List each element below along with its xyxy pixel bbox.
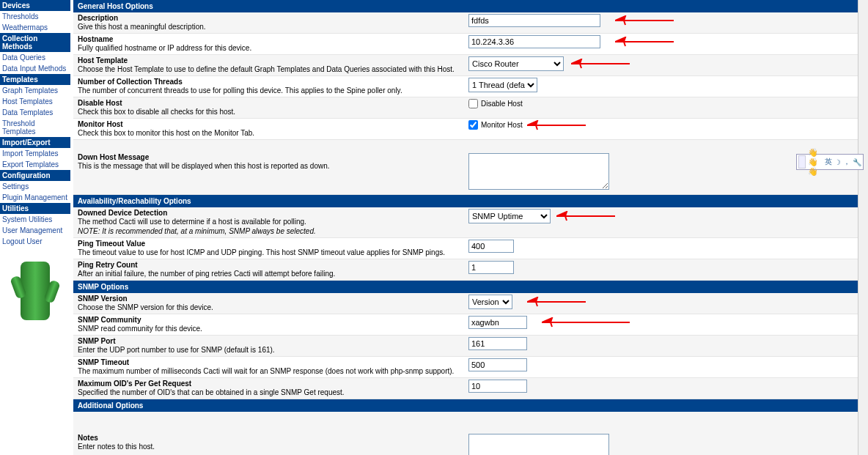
wrench-icon: 🔧 — [853, 158, 861, 166]
desc-downmsg: This is the message that will be display… — [78, 161, 461, 171]
comma-icon: ， — [843, 157, 850, 167]
section-avail: Availability/Reachability Options — [73, 195, 858, 207]
label-disable: Disable Host — [78, 99, 461, 107]
sidebar: Devices Thresholds Weathermaps Collectio… — [0, 0, 70, 455]
sidebar-item-exporttpl[interactable]: Export Templates — [0, 159, 70, 170]
input-maxoid[interactable] — [468, 380, 527, 393]
main-form: General Host Options DescriptionGive thi… — [73, 0, 858, 455]
sidebar-header-config: Configuration — [0, 170, 70, 181]
desc-disable: Check this box to disable all checks for… — [78, 107, 461, 116]
sidebar-item-usermgmt[interactable]: User Management — [0, 225, 70, 236]
sidebar-item-datatpl[interactable]: Data Templates — [0, 107, 70, 118]
label-downmsg: Down Host Message — [78, 153, 461, 161]
sidebar-item-weathermaps[interactable]: Weathermaps — [0, 22, 70, 33]
sidebar-item-logout[interactable]: Logout User — [0, 236, 70, 247]
textarea-notes[interactable] — [468, 434, 609, 455]
section-snmp: SNMP Options — [73, 281, 858, 293]
ime-text: 英 — [825, 157, 832, 167]
label-snmpver: SNMP Version — [78, 295, 461, 303]
input-hostname[interactable] — [468, 35, 600, 48]
section-additional: Additional Options — [73, 399, 858, 412]
cacti-logo-icon — [21, 262, 50, 320]
label-snmpport: SNMP Port — [78, 337, 461, 345]
sidebar-header-importexport: Import/Export — [0, 137, 70, 148]
avatar-icon — [798, 155, 806, 169]
sidebar-item-dataqueries[interactable]: Data Queries — [0, 52, 70, 63]
sidebar-header-utilities: Utilities — [0, 203, 70, 214]
label-snmpcomm: SNMP Community — [78, 316, 461, 324]
sidebar-item-thresholds[interactable]: Thresholds — [0, 11, 70, 22]
wave-icons: 👋👋👋 — [808, 148, 823, 177]
scrollbar[interactable] — [858, 0, 868, 455]
sidebar-item-settings[interactable]: Settings — [0, 181, 70, 192]
desc-snmpver: Choose the SNMP version for this device. — [78, 303, 461, 312]
label-pingretry: Ping Retry Count — [78, 261, 461, 269]
desc-hostname: Fully qualified hostname or IP address f… — [78, 43, 461, 53]
label-notes: Notes — [78, 434, 461, 442]
input-snmpcomm[interactable] — [468, 316, 527, 329]
desc-maxoid: Specified the number of OID's that can b… — [78, 388, 461, 397]
desc-pingretry: After an initial failure, the number of … — [78, 269, 461, 278]
sidebar-item-importtpl[interactable]: Import Templates — [0, 148, 70, 159]
checklabel-disable: Disable Host — [481, 100, 523, 108]
sidebar-item-thresholdtpl[interactable]: Threshold Templates — [0, 118, 70, 137]
desc-description: Give this host a meaningful description. — [78, 22, 461, 32]
moon-icon: ☽ — [834, 158, 841, 166]
select-downed[interactable]: SNMP Uptime — [468, 209, 551, 223]
checklabel-monitor: Monitor Host — [481, 121, 523, 129]
sidebar-header-collection: Collection Methods — [0, 33, 70, 52]
label-hosttemplate: Host Template — [78, 56, 461, 64]
select-snmpver[interactable]: Version 2 — [468, 295, 512, 309]
input-description[interactable] — [468, 14, 600, 27]
label-downed: Downed Device Detection — [78, 209, 461, 217]
label-threads: Number of Collection Threads — [78, 78, 461, 86]
label-hostname: Hostname — [78, 35, 461, 43]
desc-snmpcomm: SNMP read community for this device. — [78, 324, 461, 333]
textarea-downmsg[interactable] — [468, 153, 609, 190]
section-general: General Host Options — [73, 0, 858, 12]
desc-pingtimeout: The timeout value to use for host ICMP a… — [78, 248, 461, 257]
desc-snmpport: Enter the UDP port number to use for SNM… — [78, 345, 461, 355]
select-threads[interactable]: 1 Thread (default) — [468, 78, 537, 92]
desc-hosttemplate: Choose the Host Template to use to defin… — [78, 64, 461, 74]
checkbox-disable[interactable] — [468, 99, 478, 108]
sidebar-item-datainput[interactable]: Data Input Methods — [0, 63, 70, 74]
label-snmptimeout: SNMP Timeout — [78, 358, 461, 366]
input-pingtimeout[interactable] — [468, 240, 514, 253]
desc-threads: The number of concurrent threads to use … — [78, 86, 461, 95]
input-snmpport[interactable] — [468, 337, 527, 350]
desc-snmptimeout: The maximum number of milliseconds Cacti… — [78, 366, 461, 376]
sidebar-item-sysutil[interactable]: System Utilities — [0, 214, 70, 225]
sidebar-item-hosttpl[interactable]: Host Templates — [0, 96, 70, 107]
checkbox-monitor[interactable] — [468, 120, 478, 130]
desc-downed: The method Cacti will use to determine i… — [78, 217, 461, 226]
ime-widget[interactable]: 👋👋👋 英 ☽ ， 🔧 — [796, 154, 864, 170]
sidebar-item-plugins[interactable]: Plugin Management — [0, 192, 70, 203]
label-description: Description — [78, 14, 461, 22]
sidebar-header-templates: Templates — [0, 74, 70, 85]
desc-monitor: Check this box to monitor this host on t… — [78, 128, 461, 138]
note-downed: NOTE: It is recommended that, at a minim… — [78, 227, 316, 235]
desc-notes: Enter notes to this host. — [78, 442, 461, 451]
sidebar-header-devices: Devices — [0, 0, 70, 11]
sidebar-item-graphtpl[interactable]: Graph Templates — [0, 85, 70, 96]
label-monitor: Monitor Host — [78, 120, 461, 128]
input-pingretry[interactable] — [468, 261, 514, 274]
label-pingtimeout: Ping Timeout Value — [78, 240, 461, 248]
label-maxoid: Maximum OID's Per Get Request — [78, 380, 461, 388]
input-snmptimeout[interactable] — [468, 358, 527, 371]
select-hosttemplate[interactable]: Cisco Router — [468, 56, 564, 71]
